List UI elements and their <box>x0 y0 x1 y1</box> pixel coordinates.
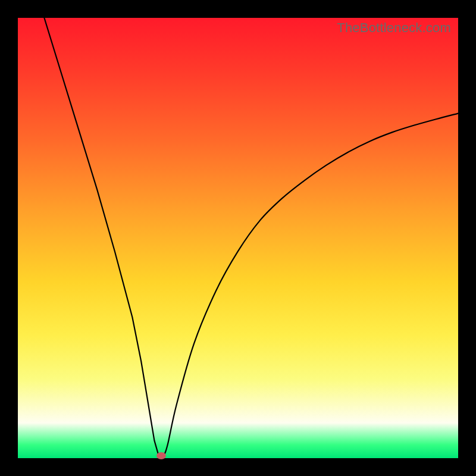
optimal-point-marker <box>156 452 166 459</box>
chart-frame: TheBottleneck.com <box>0 0 476 476</box>
bottleneck-curve <box>18 18 458 458</box>
plot-area: TheBottleneck.com <box>18 18 458 458</box>
